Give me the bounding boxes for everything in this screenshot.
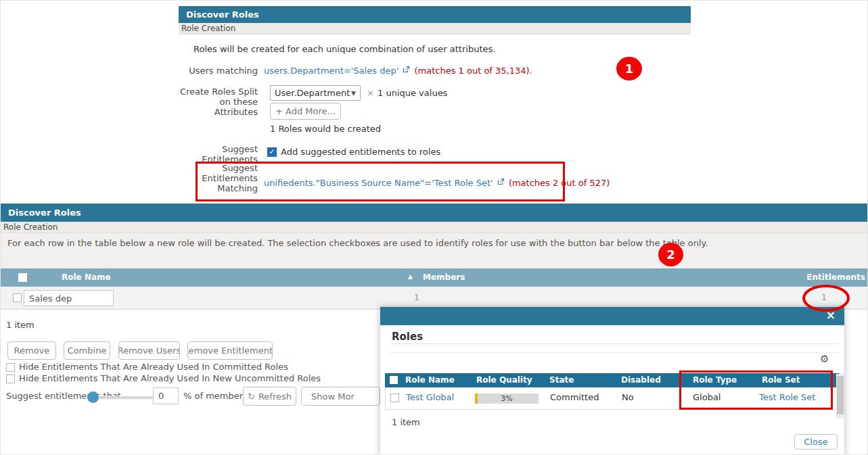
column-members[interactable]: Members <box>423 272 465 282</box>
modal-items-count: 1 item <box>392 417 420 427</box>
remove-users-button[interactable]: Remove Users <box>118 341 180 360</box>
modal-column-role-type[interactable]: Role Type <box>693 375 737 385</box>
table-row: 1 1 <box>1 287 868 310</box>
role-quality-bar: 3% <box>475 393 539 404</box>
modal-title: Roles <box>392 331 423 343</box>
main-table-header: Role Name ▲ Members Entitlements <box>1 268 868 287</box>
annotation-badge-1: 1 <box>616 57 642 80</box>
users-matching-filter-link[interactable]: users.Department='Sales dep' <box>264 66 398 76</box>
top-discover-roles-panel: Discover Roles Role Creation Roles will … <box>179 6 691 203</box>
divider <box>390 343 839 344</box>
suggest-entitlements-result: (matches 2 out of 527) <box>509 178 610 188</box>
modal-column-role-name[interactable]: Role Name <box>405 375 455 385</box>
hide-committed-label: Hide Entitlements That Are Already Used … <box>19 362 288 372</box>
hide-uncommitted-checkbox[interactable] <box>6 375 15 383</box>
split-attributes-label: Create Roles Split on these Attributes <box>179 87 258 117</box>
modal-column-role-quality[interactable]: Role Quality <box>476 375 532 385</box>
intro-text: Roles will be created for each unique co… <box>193 44 495 54</box>
modal-close-button[interactable]: Close <box>794 434 838 450</box>
modal-row-checkbox[interactable] <box>390 393 399 402</box>
role-name-input[interactable] <box>24 290 114 306</box>
quality-percent-text: 3% <box>475 393 539 404</box>
role-name-link[interactable]: Test Global <box>406 392 454 402</box>
items-count: 1 item <box>6 320 35 330</box>
hide-uncommitted-label: Hide Entitlements That Are Already Used … <box>19 373 321 383</box>
scrollbar-track[interactable] <box>836 374 844 418</box>
hide-committed-checkbox[interactable] <box>6 363 15 372</box>
top-panel-title: Discover Roles <box>179 6 691 23</box>
external-link-icon[interactable] <box>497 177 505 187</box>
modal-table-header: Role Name Role Quality State Disabled Ro… <box>385 373 840 387</box>
combine-button[interactable]: Combine <box>64 341 110 360</box>
gear-icon[interactable]: ⚙ <box>820 353 829 365</box>
state-value: Committed <box>550 392 599 402</box>
modal-select-all-checkbox[interactable] <box>390 376 398 384</box>
show-more-button[interactable]: Show Mor <box>301 387 380 406</box>
bottom-panel-title: Discover Roles <box>1 203 868 222</box>
remove-button[interactable]: Remove <box>7 341 56 360</box>
role-set-link[interactable]: Test Role Set <box>759 392 815 402</box>
split-attribute-select[interactable]: User.Department ▼ <box>270 85 361 101</box>
modal-column-disabled[interactable]: Disabled <box>621 375 661 385</box>
suggest-entitlements-label: Suggest Entitlements <box>179 144 258 164</box>
top-panel-section-label: Role Creation <box>179 23 691 34</box>
suggest-entitlements-matching-label: Suggest Entitlements Matching <box>179 163 258 193</box>
unique-values-text: 1 unique values <box>378 88 447 98</box>
refresh-button[interactable]: ↻ Refresh <box>243 387 296 406</box>
role-type-value: Global <box>693 392 721 402</box>
suggest-entitlements-filter-link[interactable]: unifiedents."Business Source Name"='Test… <box>264 178 493 188</box>
add-suggested-entitlements-text: Add suggested entitlements to roles <box>281 147 440 157</box>
annotation-badge-2: 2 <box>658 243 683 266</box>
bottom-panel-section-label: Role Creation <box>1 222 868 233</box>
modal-column-role-set[interactable]: Role Set <box>762 375 800 385</box>
sort-ascending-icon[interactable]: ▲ <box>408 273 413 280</box>
modal-table-row: Test Global 3% Committed No Global Test … <box>385 387 840 410</box>
users-matching-label: Users matching <box>179 66 258 76</box>
add-suggested-entitlements-checkbox[interactable] <box>267 147 277 157</box>
members-count-link[interactable]: 1 <box>407 292 427 302</box>
disabled-value: No <box>622 392 634 402</box>
modal-column-state[interactable]: State <box>549 375 574 385</box>
discover-roles-page: Discover Roles Role Creation Roles will … <box>0 0 868 455</box>
split-attribute-selected-value: User.Department <box>275 88 350 98</box>
modal-header: × <box>380 307 844 325</box>
chevron-down-icon: ▼ <box>351 90 356 97</box>
add-more-button[interactable]: + Add More... <box>270 103 341 120</box>
scrollbar-thumb[interactable] <box>837 376 844 414</box>
column-role-name[interactable]: Role Name <box>62 272 111 282</box>
select-all-checkbox[interactable] <box>18 273 27 282</box>
users-matching-result: (matches 1 out of 35,134). <box>414 66 532 76</box>
refresh-icon: ↻ <box>248 391 255 402</box>
remove-entitlements-button[interactable]: Remove Entitlements <box>187 341 273 360</box>
percent-slider-track[interactable] <box>91 396 153 400</box>
percent-slider-handle[interactable] <box>87 391 99 403</box>
description-strip: For each row in the table below a new ro… <box>1 233 868 268</box>
description-text: For each row in the table below a new ro… <box>7 238 708 248</box>
row-select-checkbox[interactable] <box>13 293 22 302</box>
multiply-icon: × <box>367 88 374 98</box>
roles-created-count: 1 Roles would be created <box>270 124 381 134</box>
entitlements-count-link[interactable]: 1 <box>814 292 834 302</box>
column-entitlements[interactable]: Entitlements <box>806 272 865 282</box>
divider <box>390 352 839 353</box>
external-link-icon[interactable] <box>403 65 410 75</box>
roles-modal: × Roles ⚙ Role Name Role Quality State D… <box>380 307 844 455</box>
percent-value-input[interactable] <box>153 387 179 404</box>
close-icon[interactable]: × <box>826 308 836 322</box>
